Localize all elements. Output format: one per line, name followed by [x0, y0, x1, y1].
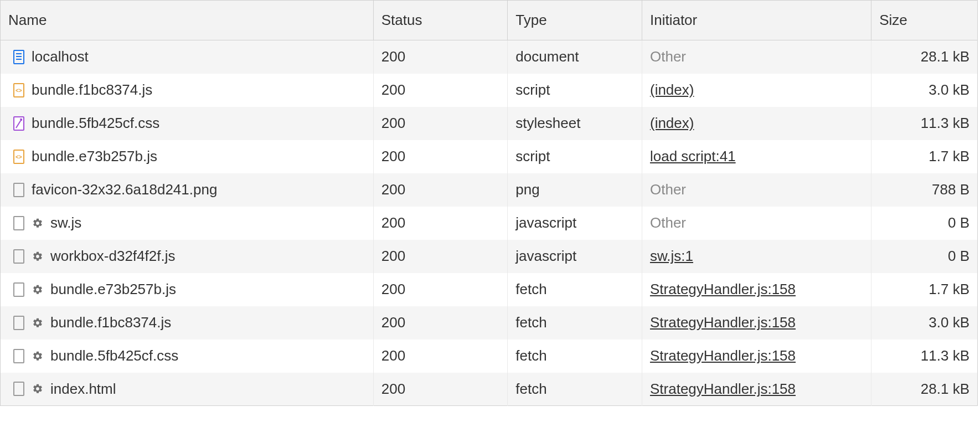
svg-rect-14	[14, 349, 24, 363]
table-row[interactable]: favicon-32x32.6a18d241.png200pngOther788…	[1, 173, 978, 207]
cell-status: 200	[373, 373, 508, 406]
cell-size: 3.0 kB	[871, 74, 978, 107]
cell-name[interactable]: bundle.5fb425cf.css	[1, 107, 374, 140]
table-row[interactable]: index.html200fetchStrategyHandler.js:158…	[1, 373, 978, 406]
cell-initiator: Other	[642, 173, 871, 207]
request-name: bundle.f1bc8374.js	[32, 81, 152, 99]
cell-initiator[interactable]: (index)	[642, 107, 871, 140]
column-header-status[interactable]: Status	[373, 1, 508, 40]
request-name: bundle.e73b257b.js	[50, 281, 176, 298]
cell-size: 1.7 kB	[871, 273, 978, 306]
initiator-text: Other	[650, 48, 686, 65]
cell-type: png	[508, 173, 642, 207]
cell-initiator[interactable]: StrategyHandler.js:158	[642, 340, 871, 373]
cell-initiator[interactable]: StrategyHandler.js:158	[642, 306, 871, 340]
cell-type: javascript	[508, 240, 642, 273]
cell-size: 1.7 kB	[871, 140, 978, 173]
generic-file-icon	[13, 249, 25, 264]
generic-file-icon	[13, 182, 25, 198]
generic-file-icon	[13, 282, 25, 297]
cell-type: javascript	[508, 207, 642, 240]
svg-rect-9	[14, 183, 24, 197]
svg-rect-10	[14, 217, 24, 230]
request-name: bundle.f1bc8374.js	[50, 314, 171, 331]
table-row[interactable]: bundle.f1bc8374.js200fetchStrategyHandle…	[1, 306, 978, 340]
service-worker-gear-icon	[32, 284, 44, 296]
cell-status: 200	[373, 140, 508, 173]
cell-type: fetch	[508, 373, 642, 406]
table-row[interactable]: bundle.5fb425cf.css200fetchStrategyHandl…	[1, 340, 978, 373]
cell-name[interactable]: <>bundle.e73b257b.js	[1, 140, 374, 173]
request-name: sw.js	[50, 214, 81, 232]
cell-size: 11.3 kB	[871, 107, 978, 140]
cell-name[interactable]: localhost	[1, 40, 374, 74]
service-worker-gear-icon	[32, 217, 44, 229]
cell-size: 0 B	[871, 240, 978, 273]
initiator-link[interactable]: (index)	[650, 81, 694, 98]
initiator-link[interactable]: sw.js:1	[650, 248, 693, 264]
request-name: workbox-d32f4f2f.js	[50, 248, 175, 265]
initiator-link[interactable]: StrategyHandler.js:158	[650, 314, 796, 331]
cell-size: 3.0 kB	[871, 306, 978, 340]
cell-initiator[interactable]: sw.js:1	[642, 240, 871, 273]
initiator-link[interactable]: StrategyHandler.js:158	[650, 380, 796, 397]
cell-initiator[interactable]: load script:41	[642, 140, 871, 173]
cell-type: fetch	[508, 306, 642, 340]
table-row[interactable]: <>bundle.f1bc8374.js200script(index)3.0 …	[1, 74, 978, 107]
cell-initiator[interactable]: (index)	[642, 74, 871, 107]
table-row[interactable]: localhost200documentOther28.1 kB	[1, 40, 978, 74]
column-header-name[interactable]: Name	[1, 1, 374, 40]
cell-initiator[interactable]: StrategyHandler.js:158	[642, 273, 871, 306]
table-row[interactable]: workbox-d32f4f2f.js200javascriptsw.js:10…	[1, 240, 978, 273]
service-worker-gear-icon	[32, 317, 44, 329]
stylesheet-file-icon	[13, 116, 25, 131]
request-name: bundle.5fb425cf.css	[32, 115, 159, 132]
cell-name[interactable]: workbox-d32f4f2f.js	[1, 240, 374, 273]
cell-status: 200	[373, 74, 508, 107]
column-header-size[interactable]: Size	[871, 1, 978, 40]
cell-status: 200	[373, 40, 508, 74]
svg-text:<>: <>	[16, 154, 22, 160]
table-row[interactable]: <>bundle.e73b257b.js200scriptload script…	[1, 140, 978, 173]
request-name: index.html	[50, 380, 116, 398]
request-name: favicon-32x32.6a18d241.png	[32, 181, 217, 198]
table-row[interactable]: bundle.5fb425cf.css200stylesheet(index)1…	[1, 107, 978, 140]
cell-name[interactable]: sw.js	[1, 207, 374, 240]
request-name: bundle.5fb425cf.css	[50, 347, 178, 364]
cell-status: 200	[373, 240, 508, 273]
cell-size: 28.1 kB	[871, 373, 978, 406]
svg-rect-15	[14, 382, 24, 395]
generic-file-icon	[13, 348, 25, 364]
svg-text:<>: <>	[16, 88, 22, 94]
cell-initiator: Other	[642, 207, 871, 240]
column-header-type[interactable]: Type	[508, 1, 642, 40]
generic-file-icon	[13, 215, 25, 231]
cell-name[interactable]: index.html	[1, 373, 374, 406]
cell-status: 200	[373, 207, 508, 240]
cell-name[interactable]: bundle.5fb425cf.css	[1, 340, 374, 373]
table-row[interactable]: bundle.e73b257b.js200fetchStrategyHandle…	[1, 273, 978, 306]
cell-name[interactable]: favicon-32x32.6a18d241.png	[1, 173, 374, 207]
column-header-initiator[interactable]: Initiator	[642, 1, 871, 40]
initiator-text: Other	[650, 181, 686, 198]
initiator-link[interactable]: StrategyHandler.js:158	[650, 281, 796, 297]
service-worker-gear-icon	[32, 350, 44, 362]
cell-name[interactable]: bundle.f1bc8374.js	[1, 306, 374, 340]
cell-size: 11.3 kB	[871, 340, 978, 373]
cell-status: 200	[373, 306, 508, 340]
cell-size: 788 B	[871, 173, 978, 207]
cell-size: 0 B	[871, 207, 978, 240]
initiator-link[interactable]: (index)	[650, 115, 694, 131]
cell-name[interactable]: <>bundle.f1bc8374.js	[1, 74, 374, 107]
table-row[interactable]: sw.js200javascriptOther0 B	[1, 207, 978, 240]
initiator-text: Other	[650, 214, 686, 231]
network-requests-table: Name Status Type Initiator Size localhos…	[0, 0, 978, 406]
initiator-link[interactable]: StrategyHandler.js:158	[650, 347, 796, 364]
script-file-icon: <>	[13, 149, 25, 164]
cell-type: document	[508, 40, 642, 74]
initiator-link[interactable]: load script:41	[650, 148, 736, 164]
cell-name[interactable]: bundle.e73b257b.js	[1, 273, 374, 306]
request-name: bundle.e73b257b.js	[32, 148, 157, 165]
cell-initiator[interactable]: StrategyHandler.js:158	[642, 373, 871, 406]
cell-type: fetch	[508, 273, 642, 306]
